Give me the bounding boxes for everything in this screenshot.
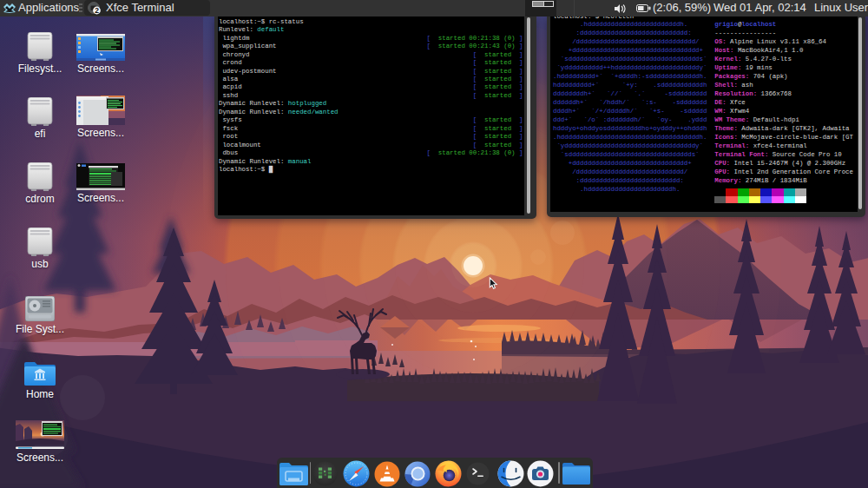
- svg-text:2: 2: [95, 6, 99, 15]
